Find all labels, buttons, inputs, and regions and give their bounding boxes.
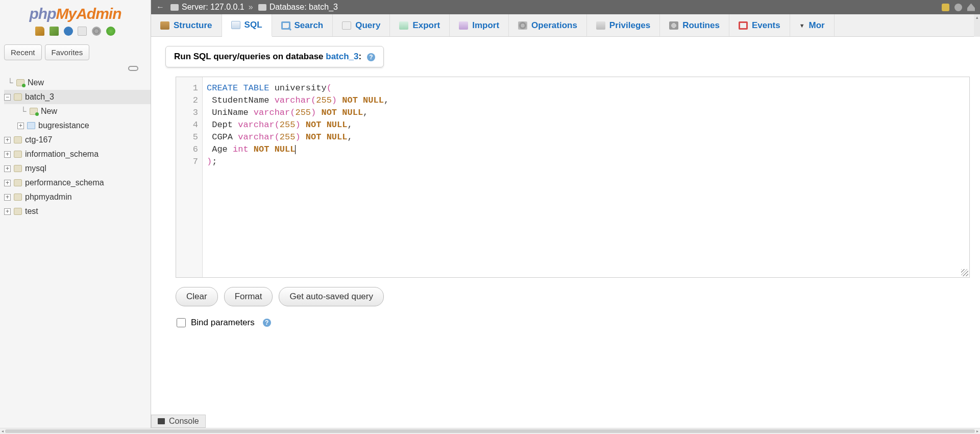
tab-sql[interactable]: SQL [222, 14, 272, 37]
expand-icon[interactable]: + [4, 180, 11, 186]
database-icon [258, 4, 266, 11]
tree-node-phpmyadmin[interactable]: +phpmyadmin [4, 190, 151, 204]
tree-label: information_schema [25, 150, 99, 159]
resize-handle[interactable] [961, 269, 968, 276]
database-icon [16, 79, 24, 86]
tree-node-new[interactable]: └New [4, 104, 151, 118]
clear-button[interactable]: Clear [176, 287, 218, 306]
structure-icon [160, 21, 169, 30]
line-gutter: 1234567 [176, 77, 203, 277]
expand-icon[interactable]: + [4, 194, 11, 201]
console-icon [158, 418, 165, 424]
tab-structure[interactable]: Structure [151, 14, 222, 36]
breadcrumb-bar: ← Server: 127.0.0.1 » Database: batch_3 [151, 0, 980, 14]
lock-icon[interactable] [942, 4, 949, 11]
privileges-icon [596, 21, 605, 30]
database-tree: └New−batch_3└New+bugresistance+ctg-167+i… [0, 74, 151, 219]
recent-tab[interactable]: Recent [4, 44, 42, 60]
search-icon [281, 21, 290, 30]
tab-operations[interactable]: Operations [509, 14, 587, 36]
breadcrumb-server[interactable]: Server: 127.0.0.1 [182, 3, 244, 12]
home-icon[interactable] [35, 27, 44, 36]
database-icon [14, 194, 22, 201]
tree-label: phpmyadmin [25, 192, 72, 202]
tree-node-new[interactable]: └New [4, 76, 151, 90]
tab-export[interactable]: Export [390, 14, 450, 36]
sidebar-shortcut-icons [0, 25, 151, 41]
code-area[interactable]: CREATE TABLE university( StudentName var… [203, 77, 969, 277]
tree-node-mysql[interactable]: +mysql [4, 161, 151, 176]
bind-parameters-checkbox[interactable] [177, 318, 186, 327]
sql-icon [231, 21, 240, 29]
expand-icon[interactable]: + [4, 151, 11, 158]
expand-icon[interactable]: − [4, 94, 11, 101]
tab-privileges[interactable]: Privileges [587, 14, 660, 36]
db-tabs: Structure SQL Search Query Export Import… [151, 14, 980, 37]
query-icon [342, 21, 351, 30]
database-icon [14, 136, 22, 143]
tree-label: bugresistance [38, 121, 89, 130]
tab-routines[interactable]: Routines [660, 14, 729, 36]
tree-label: performance_schema [25, 178, 104, 187]
database-icon [30, 108, 38, 115]
settings-icon[interactable] [92, 27, 101, 36]
clock-icon [739, 21, 748, 30]
database-icon [14, 208, 22, 215]
server-icon [170, 4, 179, 11]
run-sql-label: Run SQL query/queries on database batch_… [165, 46, 384, 67]
main-panel: ← Server: 127.0.0.1 » Database: batch_3 … [151, 0, 980, 434]
tab-query[interactable]: Query [333, 14, 390, 36]
collapse-toggle[interactable] [0, 63, 151, 74]
favorites-tab[interactable]: Favorites [45, 44, 90, 60]
tree-label: ctg-167 [25, 135, 52, 144]
link-icon [128, 66, 138, 71]
tree-node-ctg-167[interactable]: +ctg-167 [4, 133, 151, 147]
tree-node-information-schema[interactable]: +information_schema [4, 147, 151, 161]
console-bar[interactable]: Console [151, 415, 206, 428]
tree-label: test [25, 207, 38, 216]
back-arrow-icon[interactable]: ← [156, 3, 164, 12]
docs-icon[interactable] [64, 27, 73, 36]
page-collapse-icon[interactable] [967, 4, 975, 11]
reload-icon[interactable] [106, 27, 115, 36]
tree-label: New [41, 107, 57, 116]
database-icon [14, 165, 22, 172]
database-icon [14, 93, 22, 101]
sql-editor[interactable]: 1234567 CREATE TABLE university( Student… [176, 77, 970, 278]
breadcrumb-database[interactable]: Database: batch_3 [270, 3, 338, 12]
expand-icon[interactable]: + [4, 208, 11, 215]
routines-icon [669, 21, 678, 30]
tab-more[interactable]: ▼Mor [790, 14, 835, 36]
tree-node-performance-schema[interactable]: +performance_schema [4, 176, 151, 190]
tree-label: mysql [25, 164, 46, 173]
help-icon[interactable]: ? [367, 53, 375, 61]
sql-window-icon[interactable] [78, 27, 87, 36]
import-icon [459, 21, 468, 30]
expand-icon[interactable]: + [4, 137, 11, 143]
table-icon [27, 122, 35, 129]
vertical-scrollbar[interactable]: ▴ [974, 14, 980, 37]
database-icon [14, 179, 22, 186]
logout-icon[interactable] [50, 27, 59, 36]
gear-icon [518, 21, 527, 30]
navigation-sidebar: phpMyAdmin Recent Favorites └New−batch_3… [0, 0, 151, 434]
tree-label: New [28, 78, 44, 87]
export-icon [399, 21, 408, 30]
expand-icon[interactable]: + [17, 123, 24, 129]
chevron-down-icon: ▼ [799, 22, 805, 29]
horizontal-scrollbar[interactable]: ◂ ▸ [0, 428, 980, 434]
expand-icon[interactable]: + [4, 165, 11, 172]
tree-node-batch-3[interactable]: −batch_3 [4, 90, 151, 104]
tab-search[interactable]: Search [272, 14, 333, 36]
help-icon[interactable]: ? [263, 319, 271, 327]
tree-node-test[interactable]: +test [4, 204, 151, 219]
sql-content: Run SQL query/queries on database batch_… [151, 37, 980, 434]
database-icon [14, 151, 22, 158]
tab-import[interactable]: Import [450, 14, 509, 36]
page-settings-icon[interactable] [954, 4, 962, 11]
autosaved-button[interactable]: Get auto-saved query [279, 287, 383, 306]
pma-logo: phpMyAdmin [0, 0, 151, 25]
format-button[interactable]: Format [224, 287, 273, 306]
tab-events[interactable]: Events [729, 14, 790, 36]
tree-node-bugresistance[interactable]: +bugresistance [4, 118, 151, 133]
